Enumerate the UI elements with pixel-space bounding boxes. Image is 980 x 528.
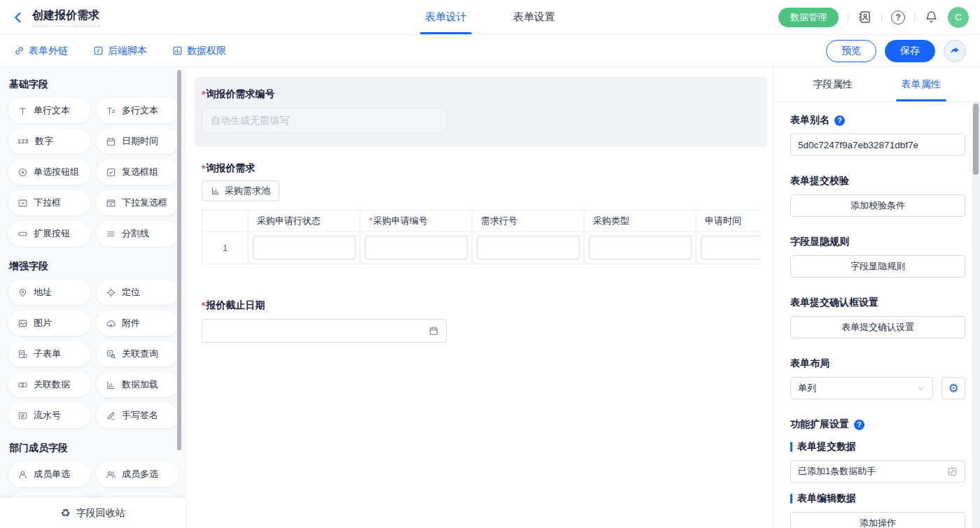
relation-data-icon	[18, 380, 28, 390]
tab-form-design[interactable]: 表单设计	[425, 0, 467, 34]
share-button[interactable]	[944, 40, 966, 62]
label-text: 功能扩展设置	[790, 418, 849, 431]
sidebar-item-multi-line-text[interactable]: 多行文本	[97, 98, 178, 123]
quote-request-no-input[interactable]	[202, 108, 447, 133]
panel-scrollbar-track[interactable]	[972, 102, 980, 528]
cell-input-purchase-line-status[interactable]	[253, 236, 356, 259]
help-icon[interactable]: ?	[854, 420, 864, 430]
basic-field-grid: 单行文本 多行文本 123数字 日期时间 单选按钮组 复选框组 下拉框 下拉复选…	[0, 98, 186, 246]
purchase-demand-pool-button[interactable]: 采购需求池	[202, 180, 279, 201]
calendar-icon	[106, 136, 116, 147]
calendar-icon	[428, 326, 439, 336]
item-label: 下拉框	[34, 197, 61, 209]
add-operation-button[interactable]: 添加操作	[790, 512, 965, 528]
data-permission-link[interactable]: 数据权限	[172, 45, 226, 57]
extension-settings-label: 功能扩展设置 ?	[790, 418, 965, 431]
sidebar-item-data-load[interactable]: 数据加载	[97, 372, 178, 397]
row-index: 1	[202, 231, 248, 264]
edit-data-label: 表单编辑数据	[790, 492, 965, 505]
sidebar-item-subform[interactable]: 子表单	[8, 341, 90, 366]
sidebar-item-number[interactable]: 123数字	[8, 129, 90, 154]
page-title[interactable]: 创建报价需求	[32, 8, 99, 27]
preview-button[interactable]: 预览	[826, 40, 876, 62]
save-button[interactable]: 保存	[885, 40, 935, 62]
sidebar-item-relation-query[interactable]: 关联查询	[97, 341, 178, 366]
add-validate-condition-button[interactable]: 添加校验条件	[790, 194, 965, 217]
contacts-icon[interactable]	[858, 10, 872, 24]
sidebar-item-checkbox-group[interactable]: 复选框组	[97, 159, 178, 185]
top-header: 创建报价需求 表单设计 表单设置 数据管理 ? C	[0, 0, 980, 35]
field-label-text: 询报价需求	[206, 162, 255, 175]
submit-data-label: 表单提交数据	[790, 441, 965, 453]
field-quote-request[interactable]: * 询报价需求 采购需求池 采购申请行状态 *采购申请编号	[202, 162, 766, 264]
required-mark: *	[202, 300, 205, 311]
required-mark: *	[202, 89, 205, 100]
item-label: 下拉复选框	[122, 197, 167, 209]
layout-settings-button[interactable]: ⚙	[941, 377, 965, 399]
required-mark: *	[369, 215, 372, 226]
form-alias-input[interactable]	[790, 134, 965, 156]
tab-form-settings[interactable]: 表单设置	[513, 0, 555, 34]
sidebar-item-member-multi[interactable]: 成员多选	[97, 462, 178, 487]
sidebar-item-extend-button[interactable]: 扩展按钮	[8, 221, 90, 246]
sidebar-item-member-single[interactable]: 成员单选	[8, 462, 90, 487]
sidebar-item-signature[interactable]: 手写签名	[97, 403, 178, 428]
edit-icon[interactable]	[947, 466, 958, 477]
field-visibility-rules-button[interactable]: 字段显隐规则	[790, 255, 965, 278]
notification-bell-icon[interactable]	[924, 10, 939, 24]
col-demand-line-no: 需求行号	[472, 211, 584, 231]
cell-input-purchase-apply-no[interactable]	[365, 236, 468, 259]
sidebar-item-relation-data[interactable]: 关联数据	[8, 372, 90, 397]
submit-data-box[interactable]: 已添加1条数据助手	[790, 460, 965, 483]
help-icon[interactable]: ?	[834, 115, 845, 126]
col-apply-time: 申请时间	[696, 211, 761, 231]
form-external-link[interactable]: 表单外链	[14, 45, 68, 57]
field-label: * 询报价需求	[202, 162, 766, 175]
sidebar-item-address[interactable]: 地址	[8, 280, 90, 305]
properties-panel: 字段属性 表单属性 表单别名 ? 表单提交校验 添加校验条件 字段显隐规则 字段…	[773, 67, 980, 528]
divider	[914, 13, 915, 22]
tab-field-properties[interactable]: 字段属性	[813, 67, 853, 101]
sidebar-item-serial-number[interactable]: 流水号	[8, 403, 90, 428]
item-label: 地址	[34, 286, 52, 299]
help-icon[interactable]: ?	[891, 10, 905, 24]
data-manage-button[interactable]: 数据管理	[778, 8, 839, 27]
field-quote-deadline[interactable]: * 报价截止日期	[202, 299, 766, 343]
required-mark: *	[202, 163, 205, 174]
cell-input-demand-line-no[interactable]	[477, 236, 580, 259]
submit-confirm-settings-button[interactable]: 表单提交确认设置	[790, 316, 965, 338]
quote-deadline-date-input[interactable]	[202, 319, 447, 343]
cell-input-apply-time[interactable]	[701, 236, 760, 259]
sidebar-item-attachment[interactable]: 附件	[97, 311, 178, 336]
sidebar-item-select[interactable]: 下拉框	[8, 190, 90, 215]
sidebar-item-radio-group[interactable]: 单选按钮组	[8, 159, 90, 185]
sidebar-scrollbar[interactable]	[177, 70, 181, 450]
sidebar-item-locate[interactable]: 定位	[97, 280, 178, 305]
sidebar-item-divider[interactable]: 分割线	[97, 221, 178, 246]
subtable-row: 1	[202, 231, 761, 264]
panel-scrollbar-thumb[interactable]	[973, 104, 979, 175]
back-icon[interactable]	[11, 10, 25, 24]
item-label: 定位	[122, 286, 140, 299]
col-purchase-apply-no: *采购申请编号	[360, 211, 472, 231]
item-label: 日期时间	[122, 135, 158, 148]
checkbox-icon	[106, 167, 116, 178]
sidebar-item-multi-select[interactable]: 下拉复选框	[97, 190, 178, 215]
avatar[interactable]: C	[948, 7, 969, 28]
tab-form-properties[interactable]: 表单属性	[902, 67, 941, 101]
sidebar-item-image[interactable]: 图片	[8, 311, 90, 336]
backend-script-link[interactable]: 后端脚本	[93, 45, 147, 57]
field-quote-request-no[interactable]: * 询报价需求编号	[195, 77, 767, 147]
col-purchase-type: 采购类型	[584, 211, 696, 231]
cell-input-purchase-type[interactable]	[589, 236, 692, 259]
link-label: 后端脚本	[108, 45, 147, 57]
sidebar-item-datetime[interactable]: 日期时间	[97, 129, 178, 154]
sidebar-item-single-line-text[interactable]: 单行文本	[8, 98, 90, 123]
subtable: 采购申请行状态 *采购申请编号 需求行号 采购类型 申请时间 1	[202, 210, 760, 264]
field-recycle-bin-button[interactable]: ♻ 字段回收站	[0, 498, 186, 528]
layout-select[interactable]: 单列	[790, 377, 933, 399]
properties-body: 表单别名 ? 表单提交校验 添加校验条件 字段显隐规则 字段显隐规则 表单提交确…	[774, 102, 980, 528]
button-icon	[18, 229, 28, 239]
item-label: 单行文本	[34, 104, 70, 117]
item-label: 图片	[34, 317, 52, 329]
